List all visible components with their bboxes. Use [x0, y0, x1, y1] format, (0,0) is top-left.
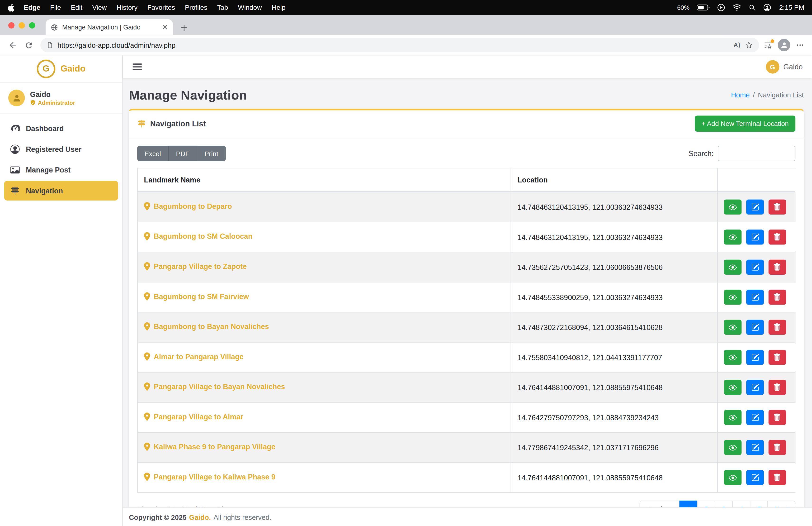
delete-button[interactable]	[769, 289, 786, 304]
refresh-button[interactable]	[21, 37, 36, 53]
breadcrumb-home-link[interactable]: Home	[731, 91, 750, 99]
url-text[interactable]: https://gaido-app.cloud/admin/nav.php	[57, 41, 729, 49]
pagination-1[interactable]: 1	[680, 501, 698, 507]
view-button[interactable]	[724, 440, 741, 455]
view-button[interactable]	[724, 260, 741, 275]
landmark-link[interactable]: Bagumbong to Deparo	[144, 202, 232, 211]
search-input[interactable]	[718, 146, 795, 161]
read-aloud-icon[interactable]: A)	[734, 41, 741, 49]
view-button[interactable]	[724, 229, 741, 244]
location-header[interactable]: Location	[511, 168, 717, 192]
edit-button[interactable]	[746, 320, 764, 335]
view-button[interactable]	[724, 289, 741, 304]
spotlight-search-icon[interactable]	[748, 3, 756, 11]
landmark-name: Kaliwa Phase 9 to Pangarap Village	[154, 443, 275, 451]
pagination-2[interactable]: 2	[697, 501, 715, 507]
favorite-star-icon[interactable]	[744, 41, 753, 49]
close-window-button[interactable]	[8, 22, 14, 29]
add-terminal-location-button[interactable]: + Add New Terminal Location	[695, 115, 795, 132]
landmark-link[interactable]: Pangarap Village to Kaliwa Phase 9	[144, 472, 275, 481]
browser-profile-avatar[interactable]	[778, 39, 790, 51]
view-button[interactable]	[724, 410, 741, 425]
landmark-link[interactable]: Bagumbong to SM Caloocan	[144, 232, 252, 240]
export-pdf-button[interactable]: PDF	[169, 146, 197, 161]
edit-button[interactable]	[746, 260, 764, 275]
delete-button[interactable]	[769, 410, 786, 425]
copyright-text: Copyright © 2025	[129, 513, 187, 521]
landmark-link[interactable]: Pangarap Village to Zapote	[144, 262, 247, 271]
edit-button[interactable]	[746, 440, 764, 455]
delete-button[interactable]	[769, 260, 786, 275]
tab-close-icon[interactable]	[162, 25, 168, 30]
landmark-link[interactable]: Kaliwa Phase 9 to Pangarap Village	[144, 443, 275, 451]
navigation-table: Landmark Name Location Bagumbong to Depa…	[137, 168, 795, 493]
delete-button[interactable]	[769, 229, 786, 244]
maximize-window-button[interactable]	[29, 22, 35, 29]
favorites-hub-icon[interactable]	[763, 41, 772, 49]
new-tab-button[interactable]	[180, 24, 188, 32]
sidebar-brand[interactable]: G Gaido	[0, 55, 122, 83]
wifi-icon[interactable]	[732, 3, 741, 11]
minimize-window-button[interactable]	[19, 22, 25, 29]
edit-button[interactable]	[746, 350, 764, 365]
menubar-app-name[interactable]: Edge	[24, 3, 40, 11]
menubar-item-history[interactable]: History	[117, 3, 137, 11]
view-button[interactable]	[724, 380, 741, 395]
menubar-item-profiles[interactable]: Profiles	[185, 3, 207, 11]
menubar-item-tab[interactable]: Tab	[217, 3, 228, 11]
edit-button[interactable]	[746, 289, 764, 304]
edit-button[interactable]	[746, 229, 764, 244]
delete-button[interactable]	[769, 470, 786, 485]
export-print-button[interactable]: Print	[197, 146, 226, 161]
view-button[interactable]	[724, 350, 741, 365]
more-menu-icon[interactable]	[796, 41, 804, 49]
user-switcher-icon[interactable]	[763, 3, 771, 12]
sidebar-item-registered-user[interactable]: Registered User	[4, 140, 118, 159]
landmark-link[interactable]: Bagumbong to Bayan Novaliches	[144, 323, 269, 331]
menubar-clock[interactable]: 2:15 PM	[779, 3, 804, 11]
view-button[interactable]	[724, 470, 741, 485]
delete-button[interactable]	[769, 350, 786, 365]
menubar-item-view[interactable]: View	[92, 3, 107, 11]
delete-button[interactable]	[769, 440, 786, 455]
pagination-4[interactable]: 4	[733, 501, 751, 507]
edit-button[interactable]	[746, 410, 764, 425]
topbar-brand-group[interactable]: G Gaido	[766, 60, 803, 74]
landmark-link[interactable]: Almar to Pangarap Village	[144, 352, 243, 361]
view-button[interactable]	[724, 320, 741, 335]
address-bar[interactable]: https://gaido-app.cloud/admin/nav.php A)	[40, 38, 759, 52]
edit-button[interactable]	[746, 200, 764, 215]
notification-dot	[771, 39, 774, 43]
apple-menu-icon[interactable]	[8, 3, 15, 12]
search-label: Search:	[688, 149, 713, 157]
page-info-icon[interactable]	[46, 41, 53, 49]
delete-button[interactable]	[769, 320, 786, 335]
menubar-item-window[interactable]: Window	[238, 3, 262, 11]
back-button[interactable]	[5, 37, 21, 53]
sidebar-item-dashboard[interactable]: Dashboard	[4, 118, 118, 138]
browser-tab[interactable]: Manage Navigation | Gaido	[46, 19, 173, 35]
sidebar-item-manage-post[interactable]: Manage Post	[4, 160, 118, 180]
view-button[interactable]	[724, 200, 741, 215]
landmark-link[interactable]: Pangarap Village to Almar	[144, 412, 243, 421]
pagination-previous[interactable]: Previous	[639, 501, 680, 507]
edit-button[interactable]	[746, 380, 764, 395]
menubar-item-file[interactable]: File	[50, 3, 61, 11]
landmark-link[interactable]: Pangarap Village to Bayan Novaliches	[144, 383, 285, 391]
edit-button[interactable]	[746, 470, 764, 485]
screen-mirroring-icon[interactable]	[716, 3, 725, 12]
menubar-item-favorites[interactable]: Favorites	[147, 3, 175, 11]
breadcrumb-current: Navigation List	[758, 91, 804, 99]
pagination-3[interactable]: 3	[715, 501, 733, 507]
menubar-item-help[interactable]: Help	[272, 3, 285, 11]
sidebar-item-navigation[interactable]: Navigation	[4, 181, 118, 200]
menubar-item-edit[interactable]: Edit	[71, 3, 82, 11]
delete-button[interactable]	[769, 380, 786, 395]
export-excel-button[interactable]: Excel	[137, 146, 169, 161]
pagination-5[interactable]: 5	[750, 501, 768, 507]
landmark-name-header[interactable]: Landmark Name	[137, 168, 511, 192]
landmark-link[interactable]: Bagumbong to SM Fairview	[144, 292, 249, 300]
pagination-next[interactable]: Next	[768, 501, 795, 507]
delete-button[interactable]	[769, 200, 786, 215]
hamburger-menu-icon[interactable]	[132, 62, 143, 72]
